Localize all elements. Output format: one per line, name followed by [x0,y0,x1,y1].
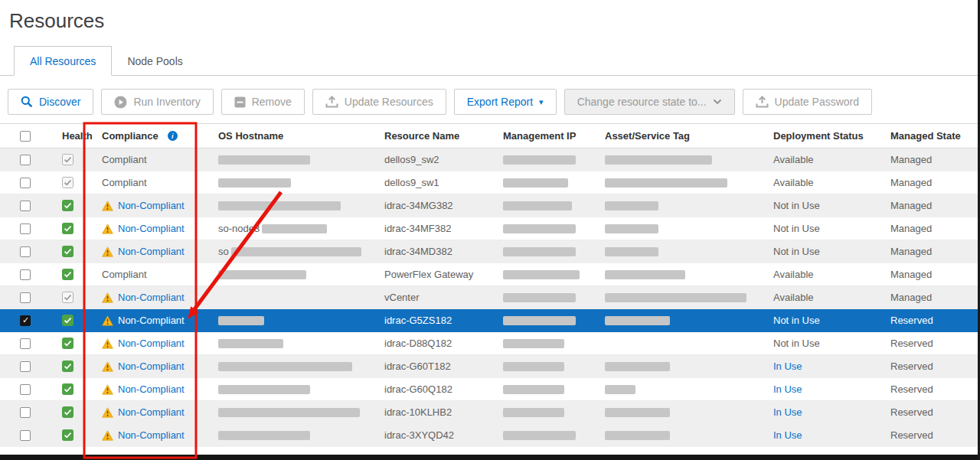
row-checkbox[interactable] [20,178,31,188]
table-row[interactable]: Non-Compliantidrac-34MG382Not in UseMana… [0,194,980,217]
tab-all-resources[interactable]: All Resources [14,46,112,76]
compliance-link[interactable]: Non-Compliant [118,406,185,418]
redacted-text [605,385,635,394]
health-check-icon [62,383,74,395]
cell-compliance: Non-Compliant [98,338,214,349]
redacted-text [218,178,291,188]
update-password-button[interactable]: Update Password [743,89,873,115]
row-checkbox[interactable] [20,246,31,257]
cell-health [57,154,98,165]
column-header-os-hostname[interactable]: OS Hostname [214,130,383,142]
table-row[interactable]: Non-CompliantvCenterAvailableManaged [0,286,980,309]
cell-management-ip [500,408,599,417]
cell-resource-name: idrac-34MG382 [383,200,500,211]
column-header-health[interactable]: Health [57,130,98,142]
column-header-asset-service-tag[interactable]: Asset/Service Tag [599,130,769,142]
run-inventory-button[interactable]: Run Inventory [101,89,213,115]
compliance-link[interactable]: Non-Compliant [118,200,185,211]
table-header: Health Compliancei OS Hostname Resource … [0,123,980,148]
upload-icon [325,96,338,108]
cell-deployment-status: Available [769,269,888,280]
table-row[interactable]: Non-Compliantidrac-3XYQD42In UseReserved [0,424,980,447]
row-checkbox[interactable] [20,155,31,165]
select-all-checkbox[interactable] [20,131,31,142]
cell-health [57,315,98,326]
cell-deployment-status: Available [769,177,888,188]
redacted-text [605,247,658,256]
redacted-text [605,224,658,233]
toolbar: Discover Run Inventory Remove Update Res… [0,76,978,123]
compliance-link[interactable]: Non-Compliant [118,292,185,303]
column-header-deployment-status[interactable]: Deployment Status [769,130,888,142]
cell-health [57,246,98,257]
row-checkbox[interactable] [20,315,31,326]
search-icon [21,96,33,108]
deployment-status-link[interactable]: In Use [773,360,802,372]
cell-compliance: Compliant [98,154,214,165]
health-check-icon [62,338,74,349]
tab-node-pools[interactable]: Node Pools [112,47,198,75]
row-checkbox[interactable] [20,292,31,303]
compliance-link[interactable]: Non-Compliant [118,338,185,349]
cell-deployment-status: Not in Use [769,315,888,326]
row-checkbox[interactable] [20,269,31,280]
cell-managed-state: Managed [888,246,980,257]
deployment-status-link[interactable]: In Use [773,429,802,441]
table-row[interactable]: Compliantdellos9_sw2AvailableManaged [0,148,980,171]
compliance-link[interactable]: Non-Compliant [118,360,185,372]
cell-managed-state: Managed [888,292,980,303]
upload-icon [756,96,769,108]
remove-button[interactable]: Remove [221,89,305,115]
redacted-text [503,247,576,256]
table-row[interactable]: Non-Compliantidrac-D88Q182Not in UseRese… [0,332,980,355]
row-checkbox[interactable] [20,223,31,234]
cell-management-ip [500,247,599,256]
row-checkbox[interactable] [20,384,31,395]
discover-button[interactable]: Discover [8,89,93,115]
table-row[interactable]: Compliantdellos9_sw1AvailableManaged [0,171,980,194]
deployment-status-text: Not in Use [773,315,820,326]
cell-managed-state: Reserved [888,406,980,418]
redacted-text [605,316,670,325]
column-header-management-ip[interactable]: Management IP [500,130,599,142]
redacted-text [605,431,670,440]
compliance-link[interactable]: Non-Compliant [118,315,185,326]
table-row[interactable]: Non-Compliantsoidrac-34MD382Not in UseMa… [0,240,980,263]
compliance-link[interactable]: Non-Compliant [118,223,185,234]
info-icon[interactable]: i [168,131,178,141]
cell-managed-state: Reserved [888,338,980,349]
column-header-resource-name[interactable]: Resource Name [383,130,500,142]
health-check-icon [62,315,74,326]
table-row[interactable]: Non-Compliantidrac-G60Q182In UseReserved [0,378,980,401]
deployment-status-link[interactable]: In Use [773,383,802,395]
row-checkbox[interactable] [20,430,31,441]
row-checkbox[interactable] [20,361,31,372]
health-check-icon [62,200,74,211]
compliance-link[interactable]: Non-Compliant [118,383,185,395]
compliance-link[interactable]: Non-Compliant [118,429,185,441]
update-resources-button[interactable]: Update Resources [312,89,446,115]
compliance-link[interactable]: Non-Compliant [118,246,185,257]
cell-management-ip [500,270,599,279]
table-row[interactable]: CompliantPowerFlex GatewayAvailableManag… [0,263,980,286]
column-header-compliance[interactable]: Compliancei [98,130,214,142]
export-report-button[interactable]: Export Report ▾ [454,89,557,115]
column-header-managed-state[interactable]: Managed State [888,130,980,142]
cell-deployment-status: Not in Use [769,200,888,211]
cell-os-hostname [214,178,383,188]
deployment-status-link[interactable]: In Use [773,406,802,418]
table-row[interactable]: Non-Compliantidrac-G5ZS182Not in UseRese… [0,309,980,332]
change-resource-state-dropdown[interactable]: Change resource state to... [564,89,735,115]
table-row[interactable]: Non-Compliantso-node3idrac-34MF382Not in… [0,217,980,240]
row-checkbox[interactable] [20,407,31,418]
redacted-text [503,316,576,325]
warning-icon [102,430,113,441]
table-row[interactable]: Non-Compliantidrac-10KLHB2In UseReserved [0,401,980,424]
compliance-text: Compliant [102,154,147,165]
row-checkbox[interactable] [20,338,31,349]
redacted-text [503,178,568,188]
redacted-text [218,385,310,394]
table-row[interactable]: Non-Compliantidrac-G60T182In UseReserved [0,355,980,378]
cell-deployment-status: In Use [769,383,888,395]
row-checkbox[interactable] [20,201,31,211]
